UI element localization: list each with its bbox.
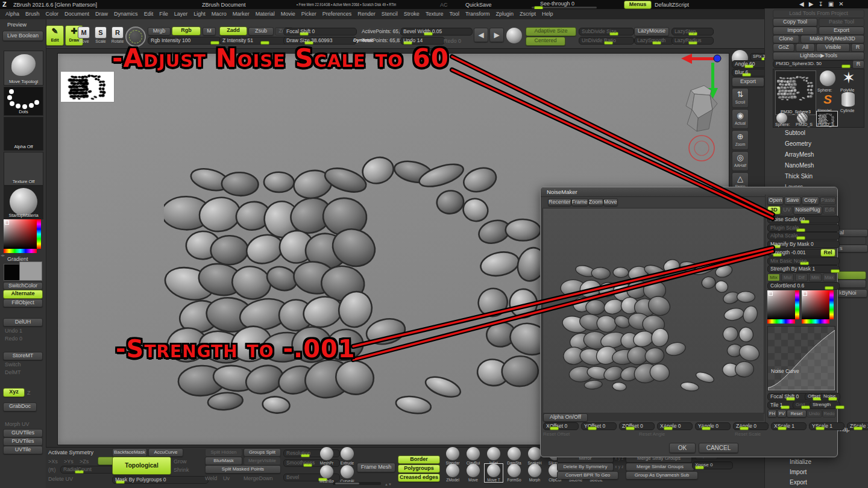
menu-5[interactable]: Dynamics xyxy=(111,9,141,19)
nav-gyro[interactable] xyxy=(674,51,726,165)
subdivide-size-slider[interactable]: SubDivide Size xyxy=(579,28,634,36)
noisemaker-tab-0[interactable]: Recenter xyxy=(548,198,571,206)
export-tool-button[interactable]: Export xyxy=(819,27,864,35)
mergedown-button[interactable]: MergeDown xyxy=(244,475,273,482)
sym-x-toggle[interactable]: >Xs xyxy=(48,458,58,465)
frame-mesh-button[interactable]: Frame Mesh xyxy=(357,463,395,472)
noisemaker-tab-2[interactable]: Zoom xyxy=(588,198,603,206)
edit-button[interactable]: ✎Edit xyxy=(46,25,64,46)
menu-22[interactable]: Zplugin xyxy=(493,9,517,19)
shelf-button-2[interactable]: ⊕Zoom xyxy=(732,130,749,150)
fragment-button-2[interactable] xyxy=(837,237,866,245)
convert-bpr-button[interactable]: Convert BPR To Geo xyxy=(557,471,618,480)
brush-3[interactable]: FormSo xyxy=(505,464,523,482)
transform-slider-6[interactable]: XScale 1 xyxy=(771,422,807,430)
lazymouse-button[interactable]: LazyMouse xyxy=(634,27,669,36)
brush-4[interactable]: Morph xyxy=(526,464,544,482)
noise-preview-viewport[interactable] xyxy=(542,208,764,414)
fragment-button-4[interactable] xyxy=(837,280,866,288)
tool-slot[interactable]: Move Topologi xyxy=(4,51,43,86)
reset-button-0[interactable]: Reset Offset xyxy=(543,431,639,437)
alpha-scale-slider[interactable]: Alpha Scale xyxy=(767,232,840,240)
sidebar-undo[interactable]: Undo 1 xyxy=(5,327,22,334)
m-button[interactable]: M xyxy=(203,27,216,36)
switchcolor-button[interactable]: SwitchColor xyxy=(3,282,43,290)
border-button[interactable]: Border xyxy=(398,455,440,464)
uvtile-button[interactable]: UVTile xyxy=(3,446,43,454)
goz-all-button[interactable]: All xyxy=(796,43,815,52)
fragment-button-3[interactable]: s xyxy=(837,245,868,252)
deluh-button[interactable]: DelUH xyxy=(3,318,43,327)
menu-23[interactable]: Zscript xyxy=(517,9,539,19)
radial-toggle[interactable]: (R) xyxy=(48,466,56,474)
guvtiles-button[interactable]: GUVTiles xyxy=(3,429,43,437)
menu-3[interactable]: Document xyxy=(61,9,92,19)
hue-strip-v[interactable] xyxy=(37,219,41,249)
alpha-slot[interactable]: Alpha Off xyxy=(4,117,43,151)
curve-focal-shift-slider[interactable]: Focal Shift 0 xyxy=(767,393,808,401)
cancel-button[interactable]: CANCEL xyxy=(699,443,738,453)
noise-open-button[interactable]: Open xyxy=(767,196,784,205)
reset-button-2[interactable]: Reset Scale xyxy=(735,431,831,437)
tool-bottom-section-0[interactable]: Initialize xyxy=(764,457,868,467)
mergevisible-button[interactable]: MergeVisible xyxy=(244,457,281,465)
transform-slider-1[interactable]: YOffset 0 xyxy=(581,422,617,430)
tool-section-0[interactable]: Subtool xyxy=(764,128,868,139)
weld-button[interactable]: Weld xyxy=(205,475,217,482)
goz-r-button[interactable]: R xyxy=(851,43,864,52)
delmt-button[interactable]: DelMT xyxy=(5,369,21,376)
shelf-button-3[interactable]: ◎AAHalf xyxy=(732,151,749,171)
blend-mode-4[interactable]: Max xyxy=(823,274,835,281)
noise-copy-button[interactable]: Copy xyxy=(802,196,819,205)
tray-divider-handle[interactable]: ◂▸ xyxy=(1,252,5,259)
noise-scale-slider[interactable]: Noise Scale 60 xyxy=(767,216,840,224)
goz-visible-button[interactable]: Visible xyxy=(816,43,850,52)
big-tool-thumb[interactable]: PM3D_Sphere3 xyxy=(775,70,816,115)
curve-redo-button[interactable]: Redo xyxy=(822,410,836,418)
tool-section-1[interactable]: Geometry xyxy=(764,139,868,149)
brush-1[interactable]: Move xyxy=(464,464,482,482)
lazystep-slider[interactable]: LazyStep xyxy=(671,28,714,36)
delete-by-symmetry-button[interactable]: Delete By Symmetry xyxy=(557,463,614,471)
lightbox-tools-button[interactable]: Lightbox▶Tools xyxy=(773,52,864,60)
live-boolean-button[interactable]: Live Boolean xyxy=(2,31,43,41)
tool-section-3[interactable]: NanoMesh xyxy=(764,160,868,171)
strength-by-mask-slider[interactable]: Strength By Mask 1 xyxy=(767,265,840,273)
alpha-onoff-button[interactable]: Alpha On/Off xyxy=(543,413,588,422)
menu-14[interactable]: Picker xyxy=(298,9,319,19)
transform-slider-4[interactable]: YAngle 0 xyxy=(695,422,731,430)
lazyradius-slider[interactable]: LazyRadius xyxy=(671,37,714,45)
accucurve-button[interactable]: AccuCurve xyxy=(148,448,183,457)
window-control-0[interactable]: ◀ xyxy=(799,0,804,8)
material-slot[interactable]: StartupMateria xyxy=(4,186,43,219)
redo-arrow-button[interactable]: ▶ xyxy=(489,28,504,42)
split-hidden-button[interactable]: Split Hidden xyxy=(205,448,242,457)
puvtiles-button[interactable]: PUVTiles xyxy=(3,437,43,446)
menu-18[interactable]: Stroke xyxy=(401,9,423,19)
thumb-cylinder[interactable] xyxy=(841,92,855,107)
xyz-button[interactable]: Xyz xyxy=(3,388,25,397)
tool-r-button[interactable]: R xyxy=(852,60,864,69)
transform-slider-5[interactable]: ZAngle 0 xyxy=(733,422,769,430)
undo-arrow-button[interactable]: ◀ xyxy=(474,28,488,42)
menu-17[interactable]: Stencil xyxy=(379,9,401,19)
strength-slider[interactable]: Strength -0.001 xyxy=(767,249,824,257)
flip-v-button[interactable]: FV xyxy=(777,410,787,418)
thumb-sphere-1[interactable] xyxy=(820,70,835,86)
menu-19[interactable]: Texture xyxy=(423,9,447,19)
tool-bottom-section-1[interactable]: Import xyxy=(764,467,868,477)
shrink-button[interactable]: Shrink xyxy=(174,466,189,474)
groups-split-button[interactable]: Groups Split xyxy=(244,448,281,457)
menu-13[interactable]: Movie xyxy=(278,9,298,19)
texture-slot[interactable]: Texture Off xyxy=(4,152,43,186)
zsub-button[interactable]: Zsub xyxy=(248,27,274,36)
mesh-brush-0[interactable]: MeshPr xyxy=(318,447,336,465)
noise-3d-button[interactable]: 3D xyxy=(767,206,781,214)
curve-strength-slider[interactable]: Strength xyxy=(810,401,840,409)
bevel-width-slider[interactable]: Bevel Width 0.05 xyxy=(400,28,473,36)
mix-basic-noise-slider[interactable]: Mix Basic Noise xyxy=(767,257,840,265)
noise-paste-button[interactable]: Paste xyxy=(820,196,836,205)
reset-button-1[interactable]: Reset Angle xyxy=(639,431,735,437)
noise-edit-button[interactable]: Edit xyxy=(823,206,836,214)
noise-save-button[interactable]: Save xyxy=(784,196,801,205)
